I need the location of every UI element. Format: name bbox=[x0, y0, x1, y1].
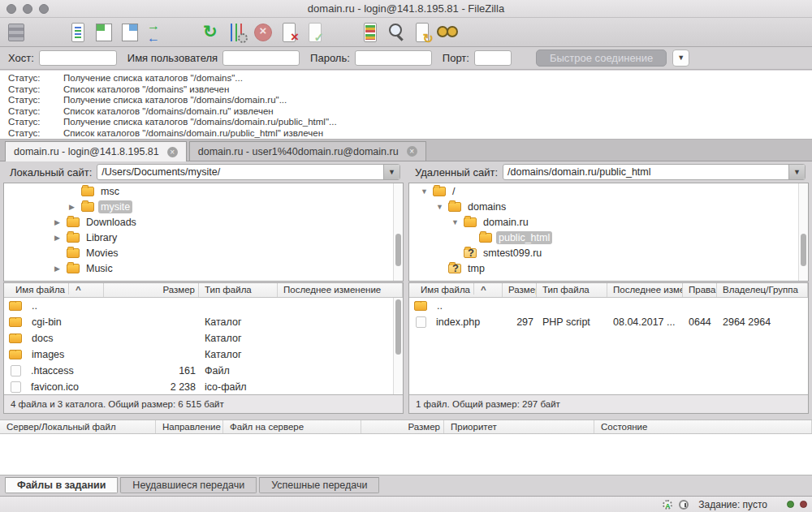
disclosure-triangle-icon[interactable] bbox=[421, 187, 433, 196]
file-icon bbox=[9, 301, 22, 311]
remote-tree-item[interactable]: domain.ru bbox=[409, 214, 808, 230]
local-path-combo[interactable]: /Users/Documents/mysite/ ▼ bbox=[97, 164, 400, 180]
local-path-value[interactable]: /Users/Documents/mysite/ bbox=[97, 165, 383, 179]
queue-column-direction[interactable]: Направление bbox=[156, 420, 223, 433]
queue-column-server[interactable]: Сервер/Локальный файл bbox=[0, 420, 156, 433]
tab-failed-transfers[interactable]: Неудавшиеся передачи bbox=[120, 477, 257, 493]
remote-path-value[interactable]: /domains/domain.ru/public_html bbox=[503, 165, 788, 179]
queue-column-status[interactable]: Состояние bbox=[594, 420, 812, 433]
scrollbar-thumb[interactable] bbox=[801, 234, 806, 266]
disclosure-triangle-icon[interactable] bbox=[54, 218, 67, 226]
disclosure-triangle-icon[interactable] bbox=[54, 265, 67, 273]
tab-successful-transfers[interactable]: Успешные передачи bbox=[259, 477, 379, 493]
username-input[interactable] bbox=[222, 50, 300, 66]
password-input[interactable] bbox=[355, 50, 432, 66]
process-queue-icon[interactable] bbox=[226, 21, 248, 44]
column-header-size[interactable]: Размер bbox=[104, 283, 199, 297]
refresh-icon[interactable] bbox=[200, 21, 222, 44]
file-name: docs bbox=[26, 333, 56, 344]
remote-list-rows: .. index.php 297 PHP script 08.04.2017 .… bbox=[409, 298, 808, 394]
close-window-icon[interactable] bbox=[6, 4, 16, 14]
speed-limits-icon[interactable] bbox=[679, 500, 689, 510]
tree-item-label: / bbox=[450, 185, 457, 198]
file-row[interactable]: docs Каталог bbox=[4, 330, 403, 346]
local-tree-item[interactable]: Library bbox=[4, 230, 403, 245]
file-row[interactable]: index.php 297 PHP script 08.04.2017 ... … bbox=[409, 314, 808, 330]
column-header-name[interactable]: Имя файла^ bbox=[4, 283, 104, 297]
file-row[interactable]: .htaccess 161 Файл bbox=[4, 363, 403, 379]
local-tree-item[interactable]: Downloads bbox=[4, 214, 403, 230]
remote-tree-item[interactable]: domains bbox=[409, 199, 808, 214]
log-type: Статус: bbox=[0, 117, 63, 128]
column-header-modified[interactable]: Последнее изменение bbox=[607, 283, 683, 297]
connection-indicator-green-icon bbox=[787, 501, 794, 508]
disclosure-triangle-icon[interactable] bbox=[54, 234, 67, 242]
local-tree-item[interactable]: mysite bbox=[4, 199, 403, 214]
connection-tab-2[interactable]: domain.ru - user1%40domain.ru@domain.ru … bbox=[189, 141, 426, 161]
filter-icon[interactable] bbox=[437, 21, 460, 44]
remote-tree-item[interactable]: tmp bbox=[409, 260, 808, 276]
sort-ascending-icon: ^ bbox=[69, 285, 81, 295]
file-row[interactable]: .. bbox=[409, 298, 808, 314]
local-tree-icon[interactable] bbox=[93, 21, 115, 44]
transfer-mode-icon[interactable]: A bbox=[663, 500, 672, 510]
column-header-type[interactable]: Тип файла bbox=[537, 283, 607, 297]
compare-icon[interactable] bbox=[359, 21, 382, 44]
remote-tree-icon[interactable] bbox=[119, 21, 141, 44]
column-header-type[interactable]: Тип файла bbox=[199, 283, 278, 297]
quickconnect-button[interactable]: Быстрое соединение bbox=[536, 49, 667, 67]
file-row[interactable]: favicon.ico 2 238 ico-файл bbox=[4, 379, 403, 394]
quickconnect-dropdown-icon[interactable]: ▼ bbox=[672, 49, 689, 67]
remote-tree-item[interactable]: / bbox=[409, 183, 808, 199]
reconnect-icon[interactable] bbox=[304, 21, 326, 44]
host-input[interactable] bbox=[39, 50, 117, 66]
transfer-queue-icon[interactable] bbox=[145, 21, 167, 44]
queue-column-priority[interactable]: Приоритет bbox=[444, 420, 594, 433]
cancel-icon[interactable] bbox=[252, 21, 274, 44]
message-log: Статус: Получение списка каталогов "/dom… bbox=[0, 71, 812, 140]
local-path-row: Локальный сайт: /Users/Documents/mysite/… bbox=[3, 161, 404, 183]
file-row[interactable]: cgi-bin Каталог bbox=[4, 314, 403, 330]
column-header-permissions[interactable]: Права bbox=[683, 283, 717, 297]
column-header-owner[interactable]: Владелец/Группа bbox=[717, 283, 808, 297]
queue-tab-bar: Файлы в задании Неудавшиеся передачи Усп… bbox=[0, 476, 812, 496]
zoom-window-icon[interactable] bbox=[39, 4, 49, 14]
local-tree-item[interactable]: Music bbox=[4, 260, 403, 276]
column-header-modified[interactable]: Последнее изменение bbox=[278, 283, 403, 297]
minimize-window-icon[interactable] bbox=[23, 4, 32, 14]
queue-column-size[interactable]: Размер bbox=[361, 420, 444, 433]
close-tab-icon[interactable]: × bbox=[167, 147, 178, 157]
column-header-name[interactable]: Имя файла^ bbox=[409, 283, 503, 297]
site-manager-icon[interactable] bbox=[5, 21, 28, 44]
scrollbar-thumb[interactable] bbox=[395, 299, 401, 355]
chevron-down-icon[interactable]: ▼ bbox=[788, 165, 805, 179]
connection-tab-1[interactable]: domain.ru - login@141.8.195.81 × bbox=[5, 141, 187, 161]
main-area: Локальный сайт: /Users/Documents/mysite/… bbox=[0, 161, 812, 414]
tree-item-label: mysite bbox=[98, 200, 132, 213]
local-tree-item[interactable]: msc bbox=[4, 183, 403, 199]
chevron-down-icon[interactable]: ▼ bbox=[383, 165, 400, 179]
close-tab-icon[interactable]: × bbox=[407, 146, 417, 157]
remote-path-combo[interactable]: /domains/domain.ru/public_html ▼ bbox=[503, 164, 806, 180]
disconnect-icon[interactable] bbox=[278, 21, 300, 44]
message-log-icon[interactable] bbox=[67, 21, 89, 44]
file-size: 2 238 bbox=[104, 381, 199, 393]
scrollbar-thumb[interactable] bbox=[395, 234, 401, 266]
disclosure-triangle-icon[interactable] bbox=[451, 218, 464, 226]
column-header-size[interactable]: Размер bbox=[503, 283, 537, 297]
local-tree-item[interactable]: Movies bbox=[4, 245, 403, 260]
file-type: PHP script bbox=[537, 316, 607, 328]
port-input[interactable] bbox=[474, 50, 512, 66]
disclosure-triangle-icon[interactable] bbox=[436, 203, 448, 211]
remote-tree-item[interactable]: public_html bbox=[409, 230, 808, 245]
sync-browse-icon[interactable] bbox=[411, 21, 434, 44]
file-row[interactable]: .. bbox=[4, 298, 403, 314]
find-icon[interactable] bbox=[385, 21, 408, 44]
queue-column-remote-file[interactable]: Файл на сервере bbox=[223, 420, 361, 433]
tab-queued-files[interactable]: Файлы в задании bbox=[5, 477, 118, 493]
log-type: Статус: bbox=[0, 95, 63, 106]
disclosure-triangle-icon[interactable] bbox=[69, 203, 81, 211]
remote-tree-item[interactable]: smtest099.ru bbox=[409, 245, 808, 260]
file-row[interactable]: images Каталог bbox=[4, 346, 403, 363]
remote-status-text: 1 файл. Общий размер: 297 байт bbox=[409, 394, 808, 413]
